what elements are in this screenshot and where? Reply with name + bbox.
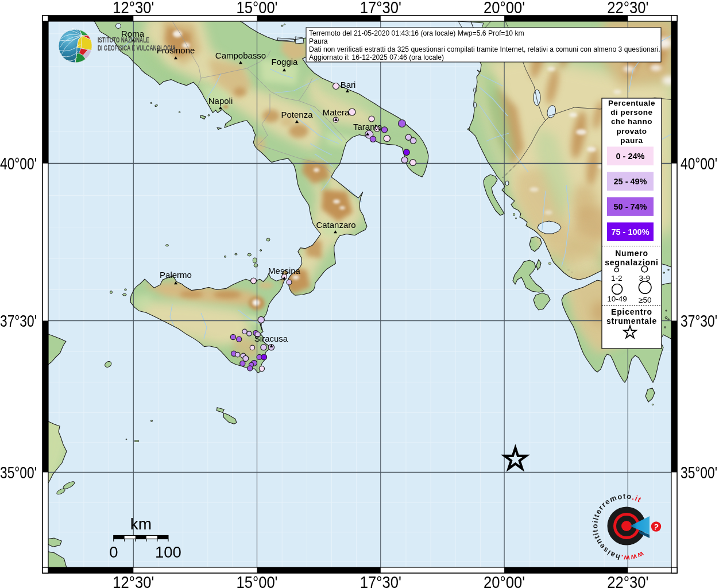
svg-text:Terremoto del 21-05-2020 01:43: Terremoto del 21-05-2020 01:43:16 (ora l… <box>309 29 524 37</box>
svg-text:km: km <box>130 515 152 533</box>
svg-text:Napoli: Napoli <box>208 96 233 106</box>
svg-text:ISTITUTO NAZIONALE: ISTITUTO NAZIONALE <box>98 36 149 44</box>
svg-text:strumentale: strumentale <box>606 316 657 326</box>
svg-text:Messina: Messina <box>268 266 301 276</box>
svg-text:di persone: di persone <box>610 108 652 117</box>
svg-text:35°00': 35°00' <box>681 463 717 482</box>
svg-text:DI GEOFISICA E VULCANOLOGIA: DI GEOFISICA E VULCANOLOGIA <box>98 44 176 52</box>
svg-text:20°00': 20°00' <box>484 0 525 17</box>
svg-text:Percentuale: Percentuale <box>608 99 655 107</box>
svg-text:1-2: 1-2 <box>611 274 623 283</box>
svg-text:22°30': 22°30' <box>607 0 648 17</box>
svg-text:10-49: 10-49 <box>607 295 627 303</box>
svg-text:paura: paura <box>620 136 643 145</box>
svg-text:50 - 74%: 50 - 74% <box>613 202 647 211</box>
svg-text:≥50: ≥50 <box>639 296 651 304</box>
svg-text:37°30': 37°30' <box>681 311 717 330</box>
svg-text:17°30': 17°30' <box>360 0 401 17</box>
svg-text:Foggia: Foggia <box>272 57 299 67</box>
svg-text:40°00': 40°00' <box>681 154 717 173</box>
svg-text:Campobasso: Campobasso <box>215 51 266 60</box>
svg-text:12°30': 12°30' <box>113 0 154 17</box>
svg-text:che hanno: che hanno <box>611 117 652 126</box>
svg-text:Paura: Paura <box>309 37 328 45</box>
svg-text:17°30': 17°30' <box>360 572 401 588</box>
svg-text:0: 0 <box>109 543 118 561</box>
svg-text:Taranto: Taranto <box>353 122 382 131</box>
svg-text:Catanzaro: Catanzaro <box>316 220 355 230</box>
svg-text:22°30': 22°30' <box>607 572 648 588</box>
svg-text:35°00': 35°00' <box>0 463 37 482</box>
svg-text:Dati non verificati estratti d: Dati non verificati estratti da 325 ques… <box>309 45 660 53</box>
svg-text:15°00': 15°00' <box>237 0 278 17</box>
svg-text:Bari: Bari <box>341 80 356 90</box>
svg-text:provato: provato <box>616 127 647 136</box>
svg-text:20°00': 20°00' <box>484 572 525 588</box>
svg-text:Potenza: Potenza <box>281 110 313 119</box>
svg-text:12°30': 12°30' <box>113 572 154 588</box>
svg-text:15°00': 15°00' <box>237 572 278 588</box>
svg-text:Epicentro: Epicentro <box>611 307 652 316</box>
svg-text:0 - 24%: 0 - 24% <box>616 152 645 161</box>
svg-text:Matera: Matera <box>323 107 350 117</box>
svg-text:75 - 100%: 75 - 100% <box>611 227 649 237</box>
svg-text:Numero: Numero <box>615 249 648 258</box>
svg-text:Siracusa: Siracusa <box>254 334 288 343</box>
svg-text:37°30': 37°30' <box>0 311 37 330</box>
svg-text:100: 100 <box>155 543 181 561</box>
svg-text:40°00': 40°00' <box>0 154 37 173</box>
svg-text:25 - 49%: 25 - 49% <box>613 177 647 186</box>
svg-text:Palermo: Palermo <box>160 270 192 280</box>
svg-text:Aggiornato il: 16-12-2025 07:4: Aggiornato il: 16-12-2025 07:46 (ora loc… <box>309 53 444 61</box>
svg-text:segnalazioni: segnalazioni <box>605 258 659 267</box>
